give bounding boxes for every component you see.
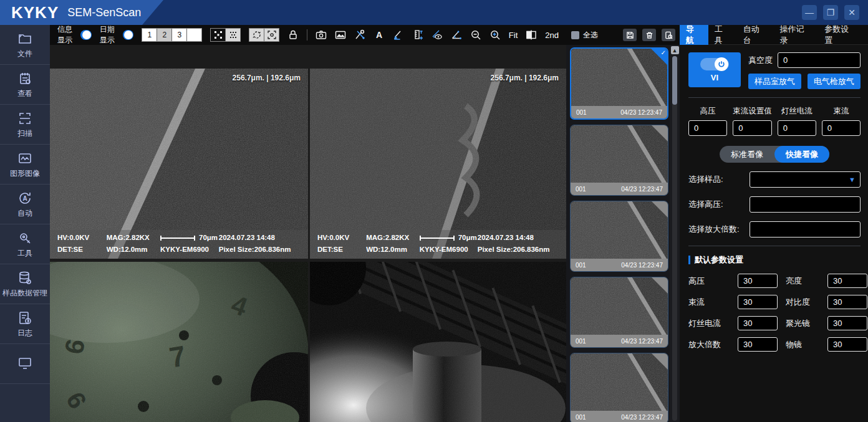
def-objective-input[interactable] [827, 337, 867, 352]
imaging-mode-toggle: 标准看像 快捷看像 [720, 146, 829, 163]
measure-icon[interactable] [432, 29, 443, 41]
thumbnail-panel: 全选 ✓ 00104/23 12:23:47 [566, 25, 680, 422]
split-view-icon[interactable] [526, 29, 537, 41]
sidebar-item-scan[interactable]: 扫描 [0, 105, 50, 145]
thumbnail-item-2[interactable]: 00104/23 12:23:47 [570, 125, 668, 196]
tab-navigation[interactable]: 导航 [680, 25, 708, 45]
tab-operation-log[interactable]: 操作记录 [774, 25, 819, 45]
sidebar-item-files[interactable]: 文件 [0, 25, 50, 65]
ruler-icon[interactable] [412, 29, 423, 41]
beam-set-input[interactable] [733, 120, 772, 136]
sidebar-item-extra[interactable] [0, 344, 50, 384]
thumbnail-item-3[interactable]: 00104/23 12:23:47 [570, 201, 668, 272]
save-icon[interactable] [623, 29, 637, 41]
hv-input[interactable] [688, 120, 727, 136]
sidebar-item-image-graph[interactable]: 图形图像 [0, 145, 50, 185]
dither-icon[interactable] [226, 29, 240, 41]
def-condenser-input[interactable] [827, 316, 867, 330]
grid-dots-icon[interactable] [211, 29, 225, 41]
select-sample-dropdown[interactable]: ▼ [750, 171, 861, 188]
def-beam-input[interactable] [738, 295, 778, 309]
tab-auto-stage[interactable]: 自动台 [737, 25, 774, 45]
close-button[interactable]: ✕ [844, 5, 859, 20]
sidebar-item-auto[interactable]: A 自动 [0, 185, 50, 224]
hv-label: 高压 [688, 106, 727, 117]
def-hv-input[interactable] [738, 274, 778, 288]
select-all-checkbox[interactable] [571, 31, 579, 39]
thumbnail-id: 001 [576, 262, 586, 269]
image-icon[interactable] [335, 29, 346, 41]
zoom-in-icon[interactable] [489, 29, 501, 41]
sem-image-1[interactable]: 256.7μm. | 192.6μm HV:0.0KVDET:SE MAG:2.… [50, 69, 308, 259]
def-beam-label: 束流 [688, 297, 730, 308]
camera-icon[interactable] [316, 29, 327, 41]
preview-icon[interactable] [662, 29, 675, 41]
def-filament-input[interactable] [738, 316, 778, 330]
sidebar-item-sample-data[interactable]: 样品数据管理 [0, 264, 50, 304]
sidebar-item-tools[interactable]: 工具 [0, 224, 50, 264]
filament-input[interactable] [778, 120, 816, 136]
view-4-button[interactable] [187, 29, 201, 41]
info-display-toggle[interactable] [80, 30, 91, 40]
text-icon[interactable]: A [374, 29, 385, 41]
app-title: SEM-SenScan [67, 6, 141, 19]
annotate-icon[interactable] [393, 29, 404, 41]
select-hv-label: 选择高压: [688, 199, 750, 210]
right-panel: 导航 工具 自动台 操作记录 参数设置 VI 真空度 [680, 25, 868, 422]
thumbnail-item-4[interactable]: 00104/23 12:23:47 [570, 277, 668, 348]
def-brightness-input[interactable] [827, 274, 867, 288]
refresh-dashed-icon[interactable] [249, 29, 264, 41]
angle-icon[interactable] [451, 29, 462, 41]
sidebar-item-view[interactable]: 查看 [0, 65, 50, 105]
beam-label: 束流 [822, 106, 861, 117]
thumbnail-item-5[interactable]: 00104/23 12:23:47 [570, 353, 668, 422]
capture-area-icon[interactable] [264, 29, 279, 41]
maximize-button[interactable]: ❐ [823, 5, 838, 20]
vacuum-label: 真空度 [748, 55, 773, 66]
tab-parameter-settings[interactable]: 参数设置 [818, 25, 863, 45]
select-mag-input[interactable] [750, 221, 861, 237]
view-icon [17, 71, 32, 86]
right-panel-tabs: 导航 工具 自动台 操作记录 参数设置 [680, 25, 868, 45]
view-3-button[interactable]: 3 [172, 29, 186, 41]
fov-readout: 256.7μm. | 192.6μm [233, 74, 301, 82]
sem-image-2[interactable]: 256.7μm. | 192.6μm HV:0.0KVDET:SE MAG:2.… [310, 69, 566, 259]
vent-gun-button[interactable]: 电气枪放气 [808, 74, 861, 89]
chamber-camera-1[interactable]: 4 7 6 9 [50, 262, 308, 422]
fit-button[interactable]: Fit [509, 31, 518, 40]
standard-imaging-button[interactable]: 标准看像 [720, 146, 774, 163]
trash-icon[interactable] [642, 29, 656, 41]
def-condenser-label: 聚光镜 [786, 318, 819, 329]
beam-input[interactable] [822, 120, 861, 136]
vi-toggle[interactable] [700, 58, 729, 70]
minimize-button[interactable]: — [802, 5, 817, 20]
tools-icon[interactable] [354, 29, 365, 41]
scrollbar-thumb[interactable] [672, 56, 677, 105]
second-detector-button[interactable]: 2nd [545, 31, 559, 40]
date-display-toggle[interactable] [123, 30, 133, 40]
image-graph-icon [17, 151, 32, 166]
sem-info-overlay: HV:0.0KVDET:SE MAG:2.82KXWD:12.0mm 70μmK… [310, 230, 566, 259]
thumbnail-scrollbar[interactable]: ▲ [670, 45, 680, 422]
def-contrast-input[interactable] [827, 295, 867, 309]
thumbnail-item-1[interactable]: ✓ 00104/23 12:23:47 [570, 47, 668, 120]
thumbnail-toolbar: 全选 [566, 25, 680, 45]
thumbnail-id: 001 [576, 338, 586, 345]
quick-imaging-button[interactable]: 快捷看像 [774, 146, 829, 163]
def-mag-input[interactable] [738, 337, 778, 352]
chamber-camera-2[interactable] [310, 262, 566, 422]
zoom-out-icon[interactable] [470, 29, 481, 41]
main-toolbar: 信息显示 日期显示 1 2 3 [50, 25, 566, 45]
view-2-button[interactable]: 2 [157, 29, 171, 41]
vi-vacuum-button[interactable]: VI [688, 52, 741, 87]
scroll-up-icon[interactable]: ▲ [671, 46, 679, 54]
thumbnail-time: 04/23 12:23:47 [621, 414, 663, 421]
center-area: 信息显示 日期显示 1 2 3 [50, 25, 566, 422]
vent-chamber-button[interactable]: 样品室放气 [748, 74, 801, 89]
vacuum-input[interactable] [778, 52, 861, 68]
lock-icon[interactable] [287, 29, 299, 41]
tab-tools[interactable]: 工具 [708, 25, 737, 45]
select-hv-input[interactable] [750, 196, 861, 213]
view-1-button[interactable]: 1 [142, 29, 157, 41]
sidebar-item-log[interactable]: 日志 [0, 304, 50, 344]
